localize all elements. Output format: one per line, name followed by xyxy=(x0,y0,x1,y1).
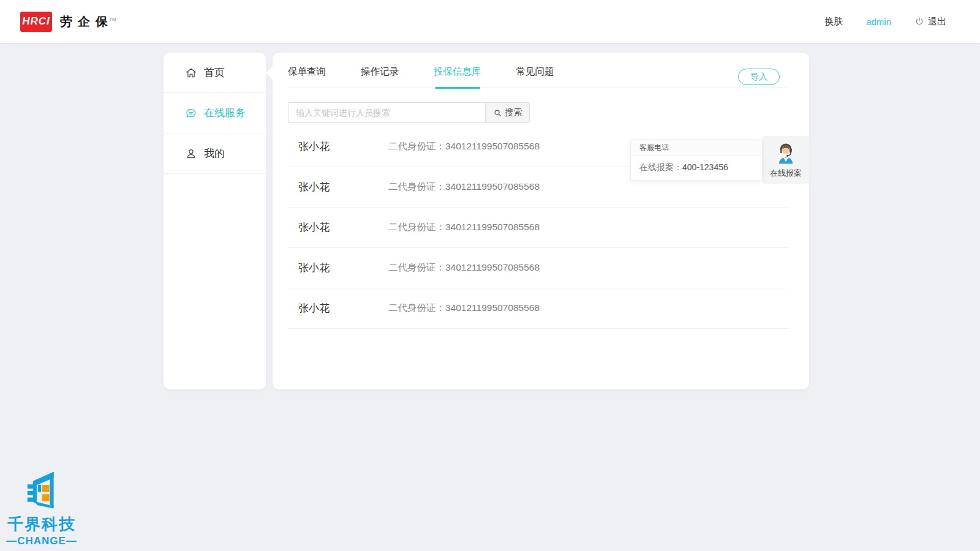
power-icon xyxy=(914,17,924,26)
main-panel: 保单查询 操作记录 投保信息库 常见问题 导入 搜索 张小花 二代身份证：340… xyxy=(273,53,809,389)
person-name: 张小花 xyxy=(298,220,378,234)
header-actions: 换肤 admin 退出 xyxy=(824,16,946,28)
customer-service-avatar xyxy=(774,141,797,167)
tab-faq[interactable]: 常见问题 xyxy=(516,66,554,88)
search-button[interactable]: 搜索 xyxy=(485,103,529,122)
person-id: 二代身份证：340121199507085568 xyxy=(388,221,540,234)
tab-bar: 保单查询 操作记录 投保信息库 常见问题 导入 xyxy=(288,53,789,88)
person-id: 二代身份证：340121199507085568 xyxy=(388,140,540,153)
report-phone-number[interactable]: 400-123456 xyxy=(682,162,728,172)
logout-label: 退出 xyxy=(928,16,946,28)
sidebar-item-label: 首页 xyxy=(204,66,225,80)
person-name: 张小花 xyxy=(298,140,378,154)
hrci-logo: HRCI xyxy=(20,12,52,32)
sidebar-item-online-service[interactable]: 在线服务 xyxy=(164,93,266,133)
person-name: 张小花 xyxy=(298,261,378,275)
sidebar-item-mine[interactable]: 我的 xyxy=(164,133,266,174)
list-item[interactable]: 张小花 二代身份证：340121199507085568 xyxy=(288,288,789,329)
footer-logo: 千界科技 —CHANGE— xyxy=(1,470,82,547)
service-phone-popup: 客服电话 在线报案：400-123456 xyxy=(630,140,763,181)
sidebar-item-label: 我的 xyxy=(204,146,225,160)
online-report-side-button[interactable]: 在线报案 xyxy=(763,136,809,184)
tab-insured-info[interactable]: 投保信息库 xyxy=(434,66,481,88)
list-item[interactable]: 张小花 二代身份证：340121199507085568 xyxy=(288,208,789,248)
tab-policy-query[interactable]: 保单查询 xyxy=(288,66,326,88)
service-phone-line: 在线报案：400-123456 xyxy=(631,156,762,173)
hrci-logo-text: HRCI xyxy=(22,15,50,28)
person-id: 二代身份证：340121199507085568 xyxy=(388,302,540,315)
brand-title: 劳企保TM xyxy=(60,13,121,30)
top-header: HRCI 劳企保TM 换肤 admin 退出 xyxy=(0,0,980,43)
search-icon xyxy=(493,108,502,118)
footer-company-name: 千界科技 xyxy=(1,514,82,535)
search-bar: 搜索 xyxy=(288,102,530,123)
import-button[interactable]: 导入 xyxy=(738,69,780,85)
home-icon xyxy=(185,67,197,79)
report-phone-label: 在线报案： xyxy=(639,162,682,172)
user-icon xyxy=(185,148,197,160)
person-name: 张小花 xyxy=(298,301,378,315)
sidebar: 首页 在线服务 我的 xyxy=(164,53,266,389)
service-popup-title: 客服电话 xyxy=(631,140,762,156)
username-link[interactable]: admin xyxy=(866,17,891,27)
sidebar-item-label: 在线服务 xyxy=(204,106,246,120)
trademark-mark: TM xyxy=(109,17,116,22)
change-logo-mark xyxy=(25,502,58,512)
chat-icon xyxy=(185,107,197,119)
search-button-label: 搜索 xyxy=(505,107,522,118)
online-report-label: 在线报案 xyxy=(770,168,802,179)
tab-operation-log[interactable]: 操作记录 xyxy=(361,66,399,88)
person-id: 二代身份证：340121199507085568 xyxy=(388,181,540,193)
search-input[interactable] xyxy=(288,103,485,122)
person-id: 二代身份证：340121199507085568 xyxy=(388,261,540,274)
person-name: 张小花 xyxy=(298,180,378,194)
change-skin-link[interactable]: 换肤 xyxy=(824,16,843,28)
sidebar-item-home[interactable]: 首页 xyxy=(164,53,266,93)
logout-button[interactable]: 退出 xyxy=(914,16,946,28)
footer-slogan: —CHANGE— xyxy=(1,535,82,547)
list-item[interactable]: 张小花 二代身份证：340121199507085568 xyxy=(288,248,789,288)
